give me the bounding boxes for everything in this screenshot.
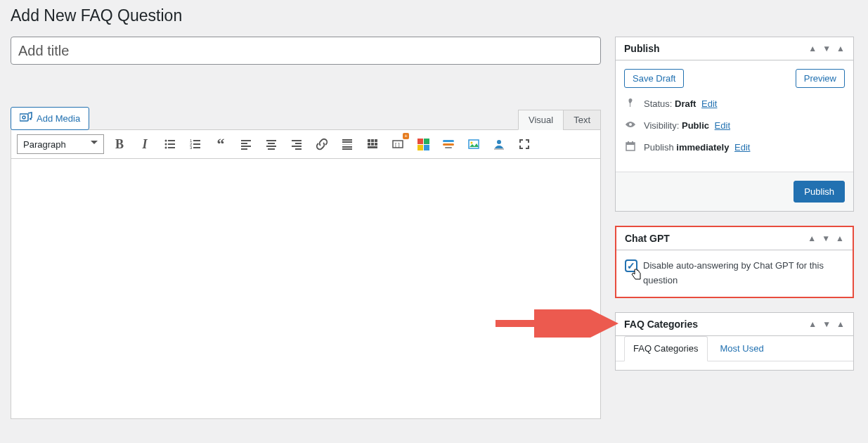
disable-chatgpt-label: Disable auto-answering by Chat GPT for t… [643, 259, 844, 288]
checkbox-checked-icon[interactable] [625, 259, 637, 272]
bold-icon[interactable]: B [110, 134, 129, 154]
toolbar-toggle-icon[interactable] [363, 134, 382, 154]
svg-rect-19 [266, 140, 276, 141]
svg-rect-20 [268, 143, 275, 144]
svg-point-2 [30, 117, 32, 120]
publish-box: Publish ▲ ▼ ▲ Save Draft Preview [615, 37, 854, 212]
user-icon[interactable] [489, 134, 509, 154]
svg-rect-28 [342, 141, 352, 143]
svg-rect-29 [342, 144, 352, 145]
edit-status-link[interactable]: Edit [701, 98, 717, 109]
align-center-icon[interactable] [261, 134, 281, 154]
content-editor[interactable] [11, 159, 601, 419]
svg-point-5 [165, 143, 167, 146]
svg-rect-23 [292, 140, 302, 141]
fullscreen-icon[interactable] [514, 134, 534, 154]
toggle-panel-icon[interactable]: ▲ [836, 319, 845, 329]
move-up-icon[interactable]: ▲ [808, 319, 817, 329]
toggle-panel-icon[interactable]: ▲ [836, 44, 845, 53]
editor-mode-tabs: Visual Text [519, 110, 601, 130]
svg-point-7 [165, 147, 167, 149]
camera-music-icon [20, 112, 32, 125]
svg-rect-12 [193, 143, 200, 145]
shortcode-icon[interactable]: [ ] + [388, 134, 408, 154]
post-title-input[interactable] [11, 37, 601, 65]
read-more-icon[interactable] [337, 134, 357, 154]
svg-rect-30 [342, 146, 352, 148]
svg-rect-35 [368, 143, 370, 146]
editor-toolbar: Paragraph B I 123 “ [11, 129, 601, 159]
blocks-icon[interactable] [413, 134, 433, 154]
sidebar: Publish ▲ ▼ ▲ Save Draft Preview [615, 37, 854, 419]
tab-visual[interactable]: Visual [518, 110, 564, 130]
bullet-list-icon[interactable] [160, 134, 180, 154]
svg-text:3: 3 [190, 146, 193, 150]
svg-rect-31 [342, 148, 352, 150]
svg-rect-33 [371, 139, 374, 142]
edit-schedule-link[interactable]: Edit [734, 142, 750, 153]
eye-icon [624, 120, 637, 131]
svg-rect-44 [494, 148, 504, 150]
tab-most-used[interactable]: Most Used [720, 336, 764, 361]
edit-visibility-link[interactable]: Edit [715, 120, 730, 131]
svg-rect-27 [342, 139, 352, 141]
align-left-icon[interactable] [236, 134, 256, 154]
faq-categories-box: FAQ Categories ▲ ▼ ▲ FAQ Categories Most… [615, 312, 854, 371]
move-down-icon[interactable]: ▼ [822, 44, 831, 53]
svg-text:[ ]: [ ] [395, 141, 400, 148]
add-media-label: Add Media [37, 113, 80, 124]
svg-rect-6 [168, 143, 175, 145]
svg-rect-48 [632, 141, 633, 143]
chatgpt-box: Chat GPT ▲ ▼ ▲ Disable auto- [615, 226, 854, 298]
pin-icon [624, 98, 637, 110]
image-icon[interactable] [464, 134, 484, 154]
svg-rect-41 [469, 140, 479, 148]
svg-rect-4 [168, 140, 175, 141]
svg-rect-8 [168, 147, 175, 148]
italic-icon[interactable]: I [135, 134, 155, 154]
blockquote-icon[interactable]: “ [211, 134, 231, 154]
svg-rect-18 [241, 148, 247, 150]
svg-rect-24 [295, 143, 302, 144]
page-title: Add New FAQ Question [11, 0, 854, 28]
schedule-line: Publish immediately Edit [644, 142, 750, 153]
svg-rect-36 [371, 143, 374, 146]
svg-rect-15 [241, 140, 251, 141]
svg-rect-17 [241, 146, 251, 147]
svg-rect-26 [295, 148, 302, 150]
svg-rect-37 [375, 143, 377, 146]
svg-rect-25 [292, 146, 302, 147]
align-right-icon[interactable] [287, 134, 306, 154]
disable-chatgpt-option[interactable]: Disable auto-answering by Chat GPT for t… [625, 259, 844, 288]
format-dropdown[interactable]: Paragraph [17, 134, 104, 154]
faq-categories-heading: FAQ Categories [624, 319, 698, 330]
link-icon[interactable] [312, 134, 332, 154]
svg-rect-46 [626, 143, 635, 145]
move-down-icon[interactable]: ▼ [822, 233, 830, 243]
tab-text[interactable]: Text [563, 110, 601, 130]
tab-faq-categories[interactable]: FAQ Categories [624, 336, 708, 361]
save-draft-button[interactable]: Save Draft [624, 69, 684, 88]
status-line: Status: Draft Edit [644, 98, 717, 109]
calendar-icon [624, 141, 637, 153]
svg-point-3 [165, 140, 167, 142]
svg-rect-47 [628, 141, 629, 143]
svg-point-42 [471, 142, 473, 144]
publish-button[interactable]: Publish [793, 181, 845, 203]
cursor-hand-icon [630, 267, 642, 286]
chatgpt-heading: Chat GPT [625, 233, 670, 244]
divider-styles-icon[interactable] [439, 134, 458, 154]
move-up-icon[interactable]: ▲ [808, 44, 817, 53]
preview-button[interactable]: Preview [796, 69, 845, 88]
toggle-panel-icon[interactable]: ▲ [836, 233, 844, 243]
publish-heading: Publish [624, 43, 660, 54]
numbered-list-icon[interactable]: 123 [186, 134, 205, 154]
move-up-icon[interactable]: ▲ [808, 233, 816, 243]
main-column: Add Media Visual Text Paragraph B I [11, 37, 601, 419]
visibility-line: Visibility: Public Edit [644, 120, 730, 131]
move-down-icon[interactable]: ▼ [822, 319, 831, 329]
add-media-button[interactable]: Add Media [11, 107, 89, 130]
svg-rect-14 [193, 147, 200, 148]
svg-point-43 [497, 140, 501, 144]
svg-rect-32 [368, 139, 370, 142]
